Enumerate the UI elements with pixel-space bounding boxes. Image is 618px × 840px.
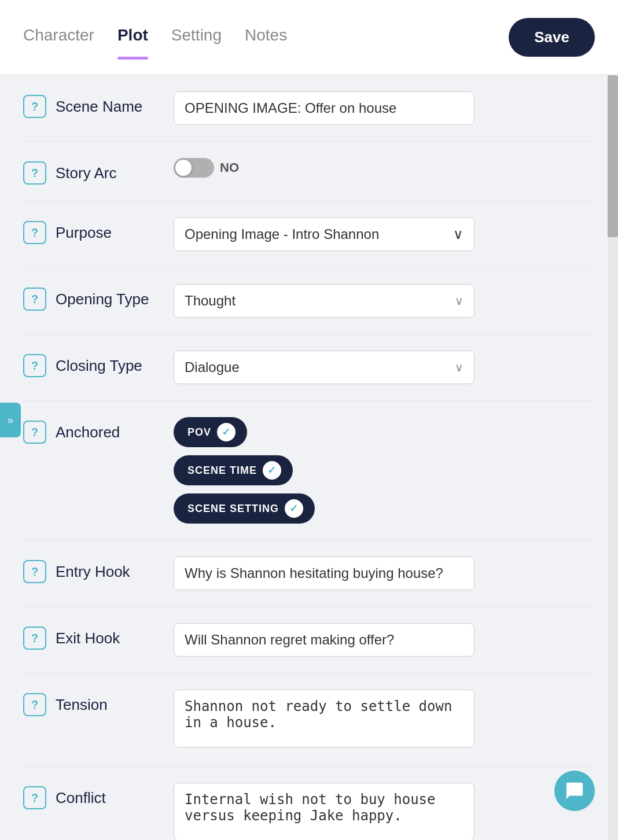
content-story-arc: NO — [174, 158, 595, 178]
help-icon-closing-type[interactable]: ? — [23, 354, 46, 377]
header: Character Plot Setting Notes Save — [0, 0, 618, 75]
tab-plot[interactable]: Plot — [117, 26, 148, 49]
toggle-track[interactable] — [174, 158, 214, 178]
label-group-entry-hook: ? Entry Hook — [23, 557, 174, 583]
anchor-badge-pov[interactable]: POV ✓ — [174, 417, 247, 447]
label-group-anchored: ? Anchored — [23, 417, 174, 444]
row-tension: ? Tension Shannon not ready to settle do… — [23, 673, 595, 767]
scrollbar[interactable] — [608, 75, 618, 840]
scene-name-input[interactable] — [174, 91, 474, 125]
row-entry-hook: ? Entry Hook — [23, 540, 595, 607]
label-group-purpose: ? Purpose — [23, 218, 174, 244]
purpose-chevron-icon: ∨ — [453, 226, 464, 242]
help-icon-scene-name[interactable]: ? — [23, 95, 46, 118]
row-anchored: ? Anchored POV ✓ SCENE TIME ✓ SCENE SETT… — [23, 401, 595, 540]
sidebar-toggle[interactable]: » — [0, 403, 21, 437]
purpose-dropdown[interactable]: Opening Image - Intro Shannon ∨ — [174, 218, 474, 251]
entry-hook-input[interactable] — [174, 557, 474, 590]
content-tension: Shannon not ready to settle down in a ho… — [174, 690, 595, 750]
toggle-thumb — [175, 160, 192, 176]
label-group-closing-type: ? Closing Type — [23, 351, 174, 377]
label-group-story-arc: ? Story Arc — [23, 158, 174, 185]
conflict-textarea[interactable]: Internal wish not to buy house versus ke… — [174, 783, 474, 840]
content-closing-type: Dialogue ∨ — [174, 351, 595, 384]
story-arc-toggle[interactable]: NO — [174, 158, 572, 178]
label-tension: Tension — [56, 696, 108, 714]
help-icon-entry-hook[interactable]: ? — [23, 560, 46, 583]
label-opening-type: Opening Type — [56, 290, 149, 308]
anchor-scene-time-check-icon: ✓ — [263, 461, 281, 480]
content-anchored: POV ✓ SCENE TIME ✓ SCENE SETTING ✓ — [174, 417, 595, 524]
label-exit-hook: Exit Hook — [56, 629, 120, 647]
content-purpose: Opening Image - Intro Shannon ∨ — [174, 218, 595, 251]
anchor-badge-scene-setting[interactable]: SCENE SETTING ✓ — [174, 493, 315, 524]
help-icon-purpose[interactable]: ? — [23, 221, 46, 244]
help-icon-story-arc[interactable]: ? — [23, 161, 46, 185]
closing-type-dropdown[interactable]: Dialogue ∨ — [174, 351, 474, 384]
anchor-scene-time-label: SCENE TIME — [187, 465, 257, 477]
anchored-group: POV ✓ SCENE TIME ✓ SCENE SETTING ✓ — [174, 417, 572, 524]
anchor-pov-label: POV — [187, 426, 211, 439]
row-scene-name: ? Scene Name — [23, 75, 595, 142]
tab-character[interactable]: Character — [23, 26, 94, 49]
save-button[interactable]: Save — [509, 18, 595, 57]
tab-setting[interactable]: Setting — [171, 26, 222, 49]
label-group-conflict: ? Conflict — [23, 783, 174, 809]
toggle-no-label: NO — [220, 160, 239, 175]
row-closing-type: ? Closing Type Dialogue ∨ — [23, 334, 595, 401]
help-icon-tension[interactable]: ? — [23, 693, 46, 716]
main-content: ? Scene Name ? Story Arc NO ? Purpose — [0, 75, 618, 840]
closing-type-chevron-icon: ∨ — [455, 360, 464, 374]
content-exit-hook — [174, 623, 595, 657]
anchor-scene-setting-check-icon: ✓ — [285, 499, 303, 518]
scrollbar-thumb — [608, 75, 618, 237]
row-exit-hook: ? Exit Hook — [23, 607, 595, 673]
content-entry-hook — [174, 557, 595, 590]
label-purpose: Purpose — [56, 224, 112, 242]
help-icon-opening-type[interactable]: ? — [23, 288, 46, 311]
tab-notes[interactable]: Notes — [245, 26, 287, 49]
row-story-arc: ? Story Arc NO — [23, 142, 595, 201]
opening-type-chevron-icon: ∨ — [455, 294, 464, 308]
label-anchored: Anchored — [56, 423, 120, 441]
help-icon-anchored[interactable]: ? — [23, 421, 46, 444]
label-conflict: Conflict — [56, 789, 106, 807]
exit-hook-input[interactable] — [174, 623, 474, 657]
label-entry-hook: Entry Hook — [56, 563, 130, 581]
anchor-badge-scene-time[interactable]: SCENE TIME ✓ — [174, 455, 293, 485]
label-group-tension: ? Tension — [23, 690, 174, 716]
tension-textarea[interactable]: Shannon not ready to settle down in a ho… — [174, 690, 474, 747]
help-icon-exit-hook[interactable]: ? — [23, 627, 46, 650]
label-story-arc: Story Arc — [56, 164, 116, 182]
label-group-scene-name: ? Scene Name — [23, 91, 174, 118]
row-purpose: ? Purpose Opening Image - Intro Shannon … — [23, 201, 595, 268]
label-group-opening-type: ? Opening Type — [23, 284, 174, 311]
nav-tabs: Character Plot Setting Notes — [23, 26, 509, 49]
content-scene-name — [174, 91, 595, 125]
chevron-right-icon: » — [8, 414, 13, 426]
content-opening-type: Thought ∨ — [174, 284, 595, 318]
opening-type-dropdown[interactable]: Thought ∨ — [174, 284, 474, 318]
row-conflict: ? Conflict Internal wish not to buy hous… — [23, 767, 595, 840]
chat-bubble-button[interactable] — [554, 771, 595, 811]
label-group-exit-hook: ? Exit Hook — [23, 623, 174, 650]
content-conflict: Internal wish not to buy house versus ke… — [174, 783, 595, 840]
row-opening-type: ? Opening Type Thought ∨ — [23, 268, 595, 334]
anchor-pov-check-icon: ✓ — [217, 423, 236, 441]
label-closing-type: Closing Type — [56, 357, 142, 375]
opening-type-value: Thought — [185, 293, 236, 309]
purpose-value: Opening Image - Intro Shannon — [185, 226, 379, 242]
chat-icon — [565, 781, 584, 801]
anchor-scene-setting-label: SCENE SETTING — [187, 503, 279, 515]
help-icon-conflict[interactable]: ? — [23, 786, 46, 809]
closing-type-value: Dialogue — [185, 359, 240, 375]
label-scene-name: Scene Name — [56, 98, 142, 116]
